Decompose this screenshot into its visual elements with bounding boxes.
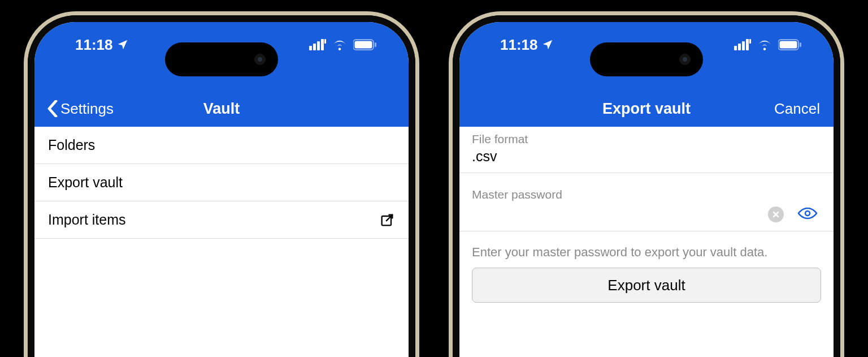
status-time: 11:18 xyxy=(500,36,538,54)
clear-input-button[interactable] xyxy=(768,207,784,222)
phone-frame-right: 11:18 Ex xyxy=(449,11,844,357)
file-format-value: .csv xyxy=(472,147,821,169)
export-vault-button[interactable]: Export vault xyxy=(472,268,821,303)
svg-point-20 xyxy=(805,211,810,216)
content-form: File format .csv Master password xyxy=(459,127,834,303)
eye-icon xyxy=(797,207,818,220)
file-format-section[interactable]: File format .csv xyxy=(459,127,834,173)
wifi-icon xyxy=(332,39,348,50)
dynamic-island xyxy=(590,42,703,76)
svg-rect-12 xyxy=(742,41,745,50)
chevron-left-icon xyxy=(47,100,58,117)
svg-rect-1 xyxy=(313,44,316,50)
svg-rect-4 xyxy=(324,39,326,44)
dynamic-island xyxy=(165,42,278,76)
svg-rect-3 xyxy=(321,39,324,50)
nav-bar: Export vault Cancel xyxy=(459,91,834,127)
row-label: Export vault xyxy=(48,174,123,191)
location-arrow-icon xyxy=(541,38,554,51)
svg-rect-17 xyxy=(800,42,801,47)
external-link-icon xyxy=(379,212,395,228)
toggle-password-visibility-button[interactable] xyxy=(794,205,821,223)
screen-vault-settings: 11:18 xyxy=(34,22,409,357)
cellular-signal-icon xyxy=(309,39,326,50)
wifi-icon xyxy=(757,39,772,50)
svg-rect-14 xyxy=(749,39,751,44)
svg-rect-16 xyxy=(780,41,797,49)
svg-rect-0 xyxy=(309,46,312,50)
svg-rect-10 xyxy=(734,46,737,50)
close-icon xyxy=(772,210,780,218)
row-label: Folders xyxy=(48,137,95,153)
svg-rect-2 xyxy=(317,41,320,50)
content-list: Folders Export vault Import items xyxy=(34,127,409,239)
status-time: 11:18 xyxy=(75,36,113,54)
screen-export-vault: 11:18 Ex xyxy=(459,22,834,357)
row-import-items[interactable]: Import items xyxy=(34,201,409,239)
export-button-label: Export vault xyxy=(607,277,685,294)
master-password-input[interactable] xyxy=(472,205,758,224)
phone-frame-left: 11:18 xyxy=(24,11,419,357)
back-button[interactable]: Settings xyxy=(47,100,114,118)
helper-text: Enter your master password to export you… xyxy=(459,231,834,268)
location-arrow-icon xyxy=(116,38,129,51)
master-password-label: Master password xyxy=(472,188,821,201)
svg-rect-6 xyxy=(355,41,372,49)
page-title: Vault xyxy=(203,100,240,118)
master-password-section: Master password xyxy=(459,173,834,231)
svg-rect-11 xyxy=(738,44,741,50)
back-label: Settings xyxy=(60,100,114,118)
file-format-label: File format xyxy=(472,132,821,146)
svg-rect-7 xyxy=(375,42,376,47)
row-export-vault[interactable]: Export vault xyxy=(34,164,409,201)
cellular-signal-icon xyxy=(734,39,751,50)
battery-icon xyxy=(778,39,802,50)
page-title: Export vault xyxy=(602,100,691,118)
row-label: Import items xyxy=(48,212,126,228)
battery-icon xyxy=(353,39,377,50)
nav-bar: Settings Vault xyxy=(34,91,409,127)
svg-rect-13 xyxy=(746,39,749,50)
cancel-button[interactable]: Cancel xyxy=(774,100,820,118)
row-folders[interactable]: Folders xyxy=(34,127,409,164)
